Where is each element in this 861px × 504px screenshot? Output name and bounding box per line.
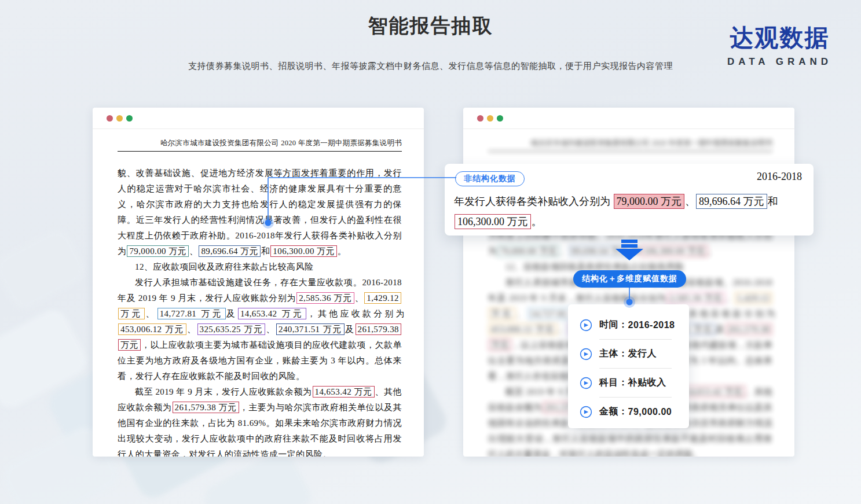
window-zoom-button[interactable] bbox=[126, 115, 133, 122]
extracted-value: 106,300.00 万元 bbox=[641, 245, 707, 257]
extracted-value: 325,635.25 万元 bbox=[197, 323, 266, 335]
text-run: ，其他应收款分别为 bbox=[677, 309, 775, 318]
extracted-value: 14,653.42 万元 bbox=[313, 386, 375, 398]
field-value: 发行人 bbox=[628, 348, 657, 360]
text-run: 、 bbox=[145, 309, 156, 318]
structured-field-row: 科目：补贴收入 bbox=[568, 369, 689, 396]
extracted-value: 79,000.00 万元 bbox=[614, 194, 685, 209]
extracted-value: 106,300.00 万元 bbox=[455, 214, 531, 229]
arrow-bar bbox=[621, 240, 637, 243]
text-run: ，以上应收款项主要为城市基础设施项目的应收代建款项，欠款单位主要为地方政府及各级… bbox=[118, 340, 402, 381]
document-header-rule bbox=[118, 151, 402, 152]
document-page: 哈尔滨市城市建设投资集团有限公司 2020 年度第一期中期票据募集说明书 貌、改… bbox=[93, 138, 424, 457]
field-divider bbox=[599, 339, 672, 340]
text-run: 。 bbox=[338, 247, 346, 256]
text-run: 、 bbox=[685, 196, 695, 207]
text-run: 、 bbox=[187, 325, 197, 334]
brand-logo-cn: 达观数据 bbox=[727, 22, 832, 54]
field-value: 2016-2018 bbox=[628, 320, 675, 330]
document-header-rule bbox=[488, 151, 772, 152]
extracted-value: 453,006.12 万元 bbox=[489, 323, 557, 335]
calculator-key-shape bbox=[0, 225, 90, 314]
window-minimize-button[interactable] bbox=[116, 115, 123, 122]
window-close-button[interactable] bbox=[477, 115, 483, 122]
window-titlebar bbox=[463, 108, 794, 129]
text-run: 年发行人获得各类补贴收入分别为 bbox=[454, 196, 613, 207]
arrow-circle-icon bbox=[580, 348, 592, 360]
arrow-circle-icon bbox=[580, 406, 592, 418]
field-divider bbox=[599, 368, 672, 369]
text-run: 及 bbox=[226, 309, 237, 318]
extracted-value: 79,000.00 万元 bbox=[127, 245, 189, 257]
text-run: 和 bbox=[768, 196, 778, 207]
text-run: 、 bbox=[355, 293, 364, 303]
unstructured-data-card: 非结构化数据 2016-2018 年发行人获得各类补贴收入分别为 79,000.… bbox=[445, 164, 814, 236]
extracted-value: 106,300.00 万元 bbox=[270, 245, 336, 257]
text-run: 及 bbox=[345, 325, 355, 334]
document-body: 貌、改善基础设施、促进地方经济发展等方面发挥着重要的作用，发行人的稳定运营对于哈… bbox=[118, 165, 402, 457]
extracted-value: 2,585.36 万元 bbox=[667, 292, 725, 304]
field-divider bbox=[599, 397, 672, 398]
field-label: 科目： bbox=[599, 377, 628, 389]
text-run: 、 bbox=[266, 325, 276, 334]
text-run: 貌、改善基础设施、促进地方经济发展等方面发挥着重要的作用，发行人的稳定运营对于哈… bbox=[118, 168, 402, 256]
text-run: 、 bbox=[516, 309, 527, 318]
extracted-value: 14,727.81 万元 bbox=[157, 308, 226, 319]
callout-period: 2016-2018 bbox=[757, 171, 802, 183]
callout-sentence: 年发行人获得各类补贴收入分别为 79,000.00 万元、89,696.64 万… bbox=[454, 192, 805, 232]
text-run: 截至 2019 年 9 月末，发行人应收账款余额为 bbox=[135, 387, 312, 396]
text-run: 。 bbox=[708, 247, 717, 256]
extracted-value: 89,696.64 万元 bbox=[696, 194, 767, 209]
window-titlebar bbox=[93, 108, 424, 129]
document-header: 哈尔滨市城市建设投资集团有限公司 2020 年度第一期中期票据募集说明书 bbox=[488, 138, 772, 148]
field-label: 金额： bbox=[599, 406, 628, 418]
source-document-window: 哈尔滨市城市建设投资集团有限公司 2020 年度第一期中期票据募集说明书 貌、改… bbox=[93, 108, 424, 457]
transform-arrow-icon bbox=[615, 240, 643, 260]
structured-data-card: 时间：2016-2018主体：发行人科目：补贴收入金额：79,000.00 bbox=[568, 304, 689, 428]
field-value: 79,000.00 bbox=[628, 407, 672, 417]
extracted-value: 261,579.38 万元 bbox=[173, 402, 239, 413]
window-zoom-button[interactable] bbox=[497, 115, 503, 122]
arrow-head bbox=[615, 249, 643, 260]
text-run: ，其他应收款分别为 bbox=[307, 309, 405, 318]
doc-paragraph: 12、应收款项回收及政府往来款占比较高风险 bbox=[118, 259, 402, 275]
extracted-value: 453,006.12 万元 bbox=[118, 323, 186, 335]
brand-logo: 达观数据 DATA GRAND bbox=[727, 22, 832, 68]
structured-data-badge: 结构化＋多维度赋值数据 bbox=[573, 270, 686, 288]
extracted-value: 14,653.42 万元 bbox=[238, 308, 306, 319]
text-run: 、 bbox=[558, 325, 567, 334]
field-value: 补贴收入 bbox=[628, 377, 666, 389]
extracted-value: 79,000.00 万元 bbox=[497, 245, 559, 257]
arrow-circle-icon bbox=[580, 377, 592, 389]
window-minimize-button[interactable] bbox=[487, 115, 493, 122]
doc-paragraph: 貌、改善基础设施、促进地方经济发展等方面发挥着重要的作用，发行人的稳定运营对于哈… bbox=[118, 165, 402, 259]
extracted-value: 240,371.51 万元 bbox=[276, 323, 345, 335]
brand-logo-en: DATA GRAND bbox=[727, 56, 832, 68]
text-run: 、 bbox=[189, 247, 198, 256]
extracted-value: 14,653.42 万元 bbox=[683, 386, 745, 398]
window-close-button[interactable] bbox=[107, 115, 113, 122]
text-run: 。 bbox=[532, 216, 542, 227]
text-run: 12、应收款项回收及政府往来款占比较高风险 bbox=[135, 262, 313, 271]
text-run: 及 bbox=[716, 325, 726, 334]
field-label: 时间： bbox=[599, 319, 628, 331]
text-run: 、 bbox=[726, 293, 735, 303]
structured-field-row: 时间：2016-2018 bbox=[568, 311, 689, 339]
extracted-value: 89,696.64 万元 bbox=[199, 245, 261, 257]
extracted-value: 2,585.36 万元 bbox=[296, 292, 354, 304]
structured-field-row: 主体：发行人 bbox=[568, 340, 689, 367]
text-run: 、 bbox=[560, 247, 569, 256]
document-header: 哈尔滨市城市建设投资集团有限公司 2020 年度第一期中期票据募集说明书 bbox=[118, 138, 402, 148]
structured-field-row: 金额：79,000.00 bbox=[568, 398, 689, 425]
arrow-circle-icon bbox=[580, 319, 592, 332]
text-run: 和 bbox=[261, 247, 270, 256]
doc-paragraph: 截至 2019 年 9 月末，发行人应收账款余额为14,653.42 万元、其他… bbox=[118, 384, 402, 457]
doc-paragraph: 发行人承担城市基础设施建设任务，存在大量应收款项。2016-2018 年及 20… bbox=[118, 275, 402, 384]
arrow-bar bbox=[621, 244, 637, 248]
unstructured-data-badge: 非结构化数据 bbox=[455, 171, 525, 186]
field-label: 主体： bbox=[599, 348, 628, 360]
